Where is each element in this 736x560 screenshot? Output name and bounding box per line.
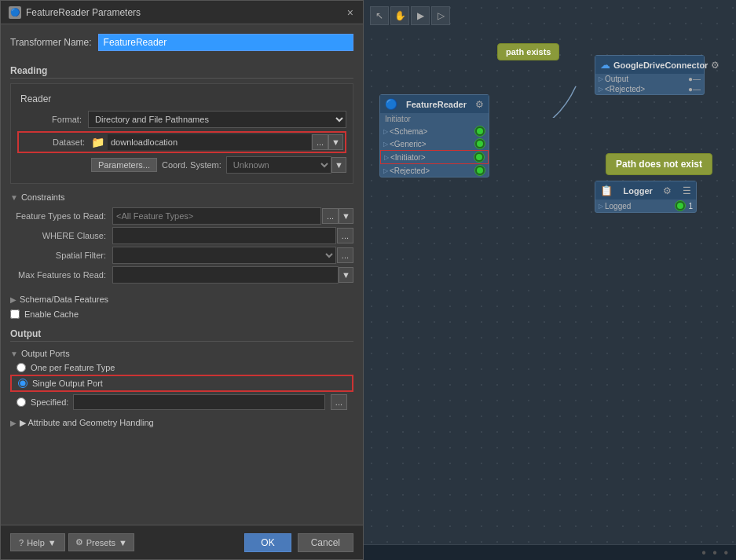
feature-types-row: Feature Types to Read: ... ▼ xyxy=(10,207,353,225)
presets-button[interactable]: ⚙ Presets ▼ xyxy=(68,533,134,551)
logger-logged-row: ▷ Logged 1 xyxy=(595,199,696,212)
canvas-area: ↖ ✋ ▶ ▷ 1 2 6 1 path exists 🔵 FeatureRea… xyxy=(364,0,736,560)
attr-geo-section[interactable]: ▶ ▶ Attribute and Geometry Handling xyxy=(10,415,353,430)
canvas-tool-play2[interactable]: ▷ xyxy=(431,6,450,25)
where-input[interactable] xyxy=(112,227,336,244)
port-initiator-green-inner xyxy=(476,154,482,160)
port-generic-green xyxy=(474,138,485,149)
coord-label: Coord. System: xyxy=(157,160,226,170)
canvas-bottom-bar: • • • xyxy=(364,544,736,560)
feature-reader-node-title: FeatureReader xyxy=(406,100,467,109)
port-row-generic: ▷ <Generic> xyxy=(380,137,489,150)
logger-node-header: 📋 Logger ⚙ ☰ xyxy=(595,181,696,199)
presets-dropdown-icon: ▼ xyxy=(119,538,127,547)
google-drive-settings-icon[interactable]: ⚙ xyxy=(711,60,720,71)
schema-data-label: Schema/Data Features xyxy=(20,295,108,304)
spatial-select[interactable] xyxy=(112,247,336,264)
output-ports-section: ▼ Output Ports One per Feature Type Sing… xyxy=(10,346,353,412)
google-drive-output-arrow: ●— xyxy=(688,75,701,83)
format-select[interactable]: Directory and File Pathnames xyxy=(88,111,346,128)
port-schema-green xyxy=(474,126,485,137)
feature-reader-settings-icon[interactable]: ⚙ xyxy=(475,99,484,110)
one-per-feature-radio[interactable] xyxy=(16,363,26,372)
footer-right: OK Cancel xyxy=(244,533,353,552)
specified-input[interactable] xyxy=(73,394,325,410)
google-drive-triangle-icon: ▷ xyxy=(599,75,603,82)
spatial-browse-button[interactable]: ... xyxy=(337,247,353,263)
port-rejected-green xyxy=(474,165,485,176)
specified-row: Specified: ... xyxy=(10,392,353,412)
transformer-name-label: Transformer Name: xyxy=(10,37,98,48)
format-label: Format: xyxy=(17,115,88,124)
feature-types-input[interactable] xyxy=(112,207,321,225)
port-triangle-icon: ▷ xyxy=(383,128,388,135)
google-drive-rejected-triangle-icon: ▷ xyxy=(599,86,603,93)
enable-cache-checkbox[interactable] xyxy=(10,309,20,319)
transformer-name-input[interactable] xyxy=(98,34,353,51)
dataset-browse-button[interactable]: ... xyxy=(312,134,328,150)
feature-types-browse-button[interactable]: ... xyxy=(322,208,339,224)
logger-logged-right: 1 xyxy=(675,200,693,211)
constraints-arrow-icon: ▼ xyxy=(10,193,18,202)
google-drive-output-label: ▷ Output xyxy=(599,75,628,83)
format-row: Format: Directory and File Pathnames xyxy=(17,111,346,128)
constraints-content: Feature Types to Read: ... ▼ WHERE Claus… xyxy=(10,204,353,289)
help-icon: ? xyxy=(19,538,24,547)
logger-settings-icon[interactable]: ⚙ xyxy=(663,185,672,196)
canvas-tool-play[interactable]: ▶ xyxy=(411,6,430,25)
port-rejected-green-inner xyxy=(477,167,483,174)
constraints-section: ▼ Constraints Feature Types to Read: ...… xyxy=(10,190,353,289)
enable-cache-label: Enable Cache xyxy=(24,309,79,319)
cancel-button[interactable]: Cancel xyxy=(298,533,353,552)
output-ports-header[interactable]: ▼ Output Ports xyxy=(10,346,353,361)
logger-node-title: Logger xyxy=(624,186,653,196)
parameters-button[interactable]: Parameters... xyxy=(91,158,157,172)
dataset-input[interactable] xyxy=(108,134,311,150)
port-generic-triangle-icon: ▷ xyxy=(383,141,388,148)
canvas-tool-hand[interactable]: ✋ xyxy=(390,6,409,25)
output-header: Output xyxy=(10,325,353,342)
dataset-dropdown-button[interactable]: ▼ xyxy=(328,134,343,150)
max-features-input[interactable] xyxy=(112,266,339,284)
close-button[interactable]: × xyxy=(346,6,355,19)
path-exists-text: path exists xyxy=(506,47,551,57)
specified-browse-button[interactable]: ... xyxy=(331,394,347,410)
dialog-title-left: 🔵 FeatureReader Parameters xyxy=(9,6,141,19)
logger-logged-green xyxy=(675,200,686,211)
constraints-header[interactable]: ▼ Constraints xyxy=(10,190,353,204)
feature-reader-dialog: 🔵 FeatureReader Parameters × Transformer… xyxy=(0,0,364,560)
single-output-radio[interactable] xyxy=(18,379,27,388)
schema-data-section[interactable]: ▶ Schema/Data Features xyxy=(10,292,353,306)
output-ports-label: Output Ports xyxy=(21,349,70,358)
coord-select[interactable]: Unknown xyxy=(226,156,331,174)
port-row-initiator: ▷ <Initiator> xyxy=(380,150,489,164)
max-features-dropdown-button[interactable]: ▼ xyxy=(339,267,353,283)
path-exists-tooltip: path exists xyxy=(497,43,559,60)
coord-dropdown-button[interactable]: ▼ xyxy=(331,157,346,173)
specified-radio[interactable] xyxy=(16,397,26,407)
canvas-bottom-dots: • • • xyxy=(701,546,730,560)
presets-icon: ⚙ xyxy=(75,537,83,547)
schema-data-arrow-icon: ▶ xyxy=(10,295,16,304)
where-label: WHERE Clause: xyxy=(10,231,112,240)
spatial-filter-row: Spatial Filter: ... xyxy=(10,247,353,264)
footer-left: ? Help ▼ ⚙ Presets ▼ xyxy=(10,533,134,551)
spatial-label: Spatial Filter: xyxy=(10,251,112,260)
logger-menu-icon[interactable]: ☰ xyxy=(683,185,691,196)
attr-geo-arrow-icon: ▶ xyxy=(10,419,16,427)
google-drive-rejected-label: ▷ <Rejected> xyxy=(599,85,645,93)
port-rejected-triangle-icon: ▷ xyxy=(383,167,388,174)
port-initiator-label: ▷ <Initiator> xyxy=(384,153,425,162)
canvas-tool-arrow[interactable]: ↖ xyxy=(370,6,389,25)
ok-button[interactable]: OK xyxy=(244,533,291,552)
google-drive-node-title: GoogleDriveConnector xyxy=(613,60,708,70)
logger-logged-green-inner xyxy=(677,203,683,209)
where-browse-button[interactable]: ... xyxy=(337,228,353,243)
feature-types-dropdown-button[interactable]: ▼ xyxy=(339,208,353,224)
output-ports-arrow-icon: ▼ xyxy=(10,350,18,358)
help-button[interactable]: ? Help ▼ xyxy=(10,533,65,551)
logger-logged-label: ▷ Logged xyxy=(599,202,631,210)
dialog-icon: 🔵 xyxy=(9,6,21,19)
dataset-folder-icon: 📁 xyxy=(91,136,104,148)
google-drive-node-header: ☁ GoogleDriveConnector ⚙ xyxy=(595,56,704,74)
